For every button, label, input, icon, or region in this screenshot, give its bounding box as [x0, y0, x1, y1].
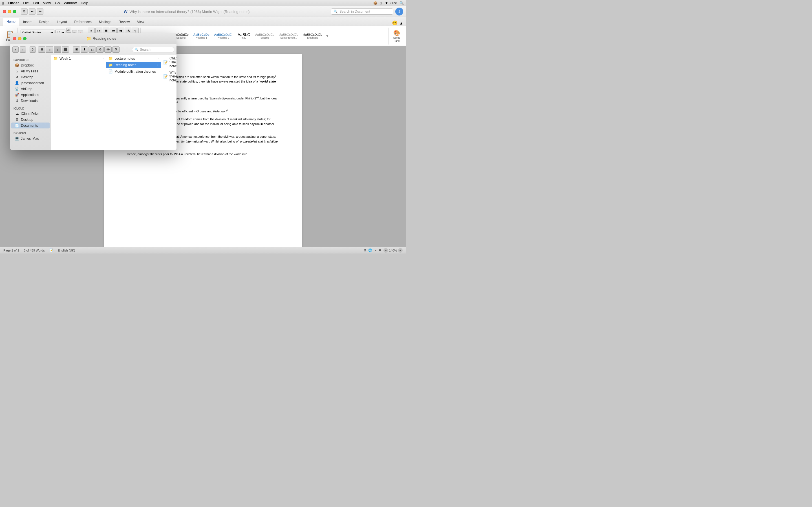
col2-module-outline[interactable]: 📄 Module outli...ation theories [106, 68, 161, 75]
style-heading2[interactable]: AaBbCcDdEr Heading 2 [212, 32, 235, 40]
document-title: W Why is there no international theory? … [46, 9, 329, 14]
eye-button[interactable]: 👁 [104, 47, 112, 53]
search-in-document[interactable]: 🔍 Search in Document [331, 8, 393, 15]
cover-flow-button[interactable]: ⬛ [62, 47, 69, 53]
view-options-button[interactable]: ⊙ [96, 47, 104, 53]
collapse-ribbon[interactable]: ▲ [399, 21, 403, 25]
view-menu[interactable]: View [43, 1, 51, 5]
sidebar-item-icloud-drive[interactable]: ☁ iCloud Drive [11, 111, 50, 117]
view-buttons: ⊞ ≡ ⫿ ⬛ [38, 47, 69, 53]
styles-pane-button[interactable]: 🎨 Styles Pane [390, 29, 404, 44]
tab-mailings[interactable]: Mailings [96, 18, 115, 25]
sidebar-item-airdrop[interactable]: 📡 AirDrop [11, 86, 50, 92]
minimize-button[interactable] [8, 10, 11, 13]
styles-expand[interactable]: ▼ [325, 27, 329, 45]
view-outline-icon[interactable]: ≡ [374, 249, 376, 252]
col3-why-is-there[interactable]: 📝 Why is there...ding notes) [161, 69, 176, 83]
style-emph-label: Emphasis [307, 36, 318, 39]
folder-icon: 📁 [108, 56, 113, 61]
edit-menu[interactable]: Edit [33, 1, 39, 5]
sidebar-item-desktop[interactable]: 🖥 Desktop [11, 74, 50, 80]
doc-icon: 📝 [163, 60, 168, 64]
tab-review[interactable]: Review [115, 18, 133, 25]
col2-reading-notes[interactable]: 📁 Reading notes › [106, 62, 161, 68]
back-button[interactable]: ‹ [12, 47, 18, 53]
zoom-level: 140% [389, 249, 397, 252]
zoom-out-button[interactable]: − [384, 248, 388, 252]
view-layout-icon[interactable]: ⊞ [363, 248, 366, 252]
group-by-button[interactable]: ⊞ [73, 47, 80, 53]
style-emphasis[interactable]: AaBbCcDdEe Emphasis [301, 32, 324, 40]
finder-fullscreen-button[interactable] [23, 37, 27, 40]
tab-view[interactable]: View [134, 18, 148, 25]
sidebar-item-documents[interactable]: 📄 Documents [11, 122, 50, 128]
battery-indicator: 80% [391, 1, 397, 5]
desktop-icon: 🖥 [15, 75, 19, 79]
help-menu[interactable]: Help [81, 1, 88, 5]
finder-minimize-button[interactable] [18, 37, 21, 40]
sidebar-item-icloud-desktop[interactable]: 🖥 Desktop [11, 117, 50, 122]
style-subtitle[interactable]: AaBbCcDdEe Subtitle [253, 32, 276, 40]
forward-button[interactable]: › [20, 47, 26, 53]
col2-lecture-notes[interactable]: 📁 Lecture notes › [106, 55, 161, 62]
sidebar-item-downloads[interactable]: ⬇ Downloads [11, 98, 50, 104]
list-view-button[interactable]: ≡ [46, 47, 53, 53]
finder-search[interactable]: 🔍 Search [132, 47, 174, 52]
apple-menu[interactable]:  [2, 1, 4, 5]
zoom-in-button[interactable]: + [398, 248, 403, 252]
dropbox-icon[interactable]: 📦 [373, 1, 377, 5]
search-icon[interactable]: 🔍 [400, 1, 404, 5]
view-web-icon[interactable]: 🌐 [368, 248, 372, 252]
finder-close-button[interactable] [13, 37, 16, 40]
sidebar-item-dropbox[interactable]: 📦 Dropbox [11, 62, 50, 68]
close-button[interactable] [3, 10, 6, 13]
go-menu[interactable]: Go [55, 1, 60, 5]
finder-toolbar: ‹ › ? ⊞ ≡ ⫿ ⬛ ⊞ ⬆ 🏷 ⊙ 👁 ⚙ 🔍 Search [10, 44, 176, 55]
style-subtle-emph[interactable]: AaBbCcDdEe Subtle Emph... [277, 32, 300, 40]
search-placeholder-text: Search in Document [340, 10, 370, 13]
column-view-button[interactable]: ⫿ [54, 47, 61, 53]
sidebar-home-label: jamesanderson [21, 81, 44, 85]
sidebar-item-home[interactable]: 👤 jamesanderson [11, 80, 50, 86]
settings-button[interactable]: ⚙ [112, 47, 119, 53]
col3-chapter[interactable]: 📝 Chapter 'The...ading notes) [161, 55, 176, 69]
fullscreen-button[interactable] [13, 10, 16, 13]
sidebar-item-all-files[interactable]: ⌂ All My Files [11, 68, 50, 74]
help-button[interactable]: ? [30, 47, 36, 53]
finder-columns: 📁 Week 1 › 📁 Lecture notes › 📁 Reading n… [51, 55, 176, 150]
tag-button[interactable]: 🏷 [89, 47, 96, 53]
undo-button[interactable]: ↩ [29, 8, 36, 15]
window-menu[interactable]: Window [64, 1, 77, 5]
home-icon: 👤 [15, 81, 19, 85]
view-draft-icon[interactable]: ≣ [378, 248, 381, 252]
tab-references[interactable]: References [71, 18, 95, 25]
sidebar-dropbox-label: Dropbox [21, 63, 34, 67]
tab-insert[interactable]: Insert [20, 18, 35, 25]
wifi-icon[interactable]: ▼ [385, 1, 388, 5]
sidebar-item-applications[interactable]: 🚀 Applications [11, 92, 50, 98]
style-heading1[interactable]: AaBbCcDc Heading 1 [192, 32, 211, 40]
proofing-icon[interactable]: 📝 [49, 248, 53, 252]
emoji-picker[interactable]: 😊 [392, 20, 398, 25]
file-menu[interactable]: File [23, 1, 29, 5]
tab-design[interactable]: Design [36, 18, 53, 25]
finder-title: 📁 Reading notes [29, 36, 174, 41]
style-subtle-label: Subtle Emph... [280, 36, 297, 39]
icon-view-button[interactable]: ⊞ [38, 47, 45, 53]
sidebar-item-mac[interactable]: 💻 James' Mac [11, 135, 50, 142]
tab-layout[interactable]: Layout [53, 18, 70, 25]
ribbon-tabs: Home Insert Design Layout References Mai… [0, 17, 406, 26]
redo-button[interactable]: ↪ [37, 8, 43, 15]
col1-week1[interactable]: 📁 Week 1 › [51, 55, 106, 62]
share-button[interactable]: ⬆ [81, 47, 88, 53]
folder-icon: 📁 [108, 63, 113, 67]
zoom-control: − 140% + [384, 248, 403, 252]
grow-font-button[interactable]: A↑ [66, 27, 71, 33]
style-title[interactable]: AaBbC Title [236, 32, 252, 41]
style-h2-preview: AaBbCcDdEr [214, 33, 233, 36]
italic-text-its: its [253, 75, 256, 78]
finder-menu[interactable]: Finder [8, 1, 19, 5]
sidebar-toggle[interactable]: ⧉ [21, 8, 28, 15]
user-avatar[interactable]: J [395, 8, 403, 15]
tab-home[interactable]: Home [3, 18, 19, 25]
